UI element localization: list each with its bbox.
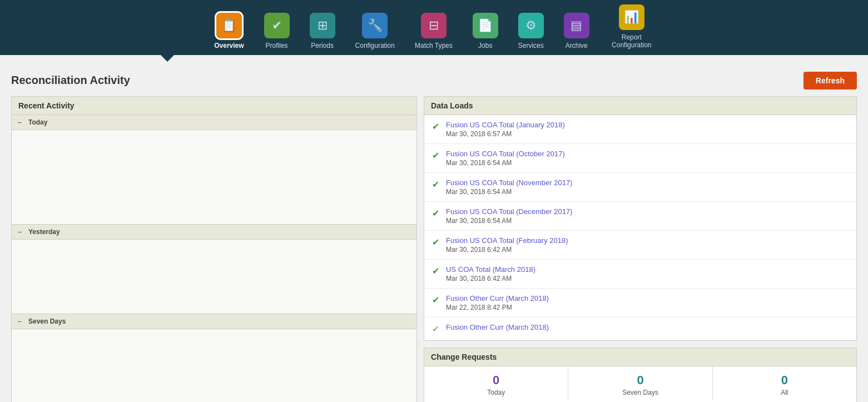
yesterday-label: Yesterday (28, 228, 60, 236)
report-config-icon: 📊 (619, 4, 644, 30)
nav-item-jobs[interactable]: 📄 Jobs (463, 13, 508, 55)
data-load-item: ✔ Fusion US COA Total (February 2018) Ma… (424, 231, 856, 260)
data-load-item: ✔ Fusion US COA Total (December 2017) Ma… (424, 202, 856, 231)
data-load-name-4[interactable]: Fusion US COA Total (February 2018) (446, 236, 568, 245)
check-icon-0: ✔ (432, 121, 439, 132)
overview-icon: 📋 (216, 13, 242, 38)
check-icon-3: ✔ (432, 208, 439, 219)
archive-icon: ▤ (564, 13, 589, 38)
nav-item-overview[interactable]: 📋 Overview (204, 13, 254, 55)
stat-cell-all: 0 All (713, 366, 856, 401)
match-types-icon: ⊟ (421, 13, 447, 38)
nav-label-overview: Overview (214, 42, 244, 49)
data-load-name-2[interactable]: Fusion US COA Total (November 2017) (446, 178, 572, 187)
check-icon-7: ✔ (432, 324, 439, 334)
data-load-item: ✔ Fusion US COA Total (January 2018) Mar… (424, 115, 856, 144)
yesterday-toggle-icon: − (17, 227, 25, 236)
recent-activity-header: Recent Activity (12, 97, 416, 115)
check-icon-6: ✔ (432, 295, 439, 305)
check-icon-2: ✔ (432, 179, 439, 190)
check-icon-4: ✔ (432, 237, 439, 247)
stat-label-all: All (781, 389, 788, 396)
data-load-name-6[interactable]: Fusion Other Curr (March 2018) (446, 294, 549, 302)
data-load-date-2: Mar 30, 2018 6:54 AM (446, 188, 572, 196)
today-toggle-icon: − (17, 118, 25, 127)
data-load-name-5[interactable]: US COA Total (March 2018) (446, 265, 535, 274)
configuration-icon: 🔧 (362, 13, 388, 38)
data-load-date-4: Mar 30, 2018 6:42 AM (446, 246, 568, 254)
data-load-date-3: Mar 30, 2018 6:54 AM (446, 217, 572, 225)
nav-item-archive[interactable]: ▤ Archive (554, 13, 599, 55)
stat-cell-today: 0 Today (424, 366, 568, 401)
stat-cell-seven-days: 0 Seven Days (568, 366, 712, 401)
data-load-item: ✔ Fusion Other Curr (March 2018) (424, 317, 856, 340)
nav-label-profiles: Profiles (266, 42, 288, 49)
main-content: Recent Activity − Today − Yesterday − Se… (0, 96, 868, 402)
yesterday-content (12, 240, 416, 314)
recent-activity-panel: Recent Activity − Today − Yesterday − Se… (11, 96, 417, 402)
top-navigation: 📋 Overview ✔ Profiles ⊞ Periods 🔧 Config… (0, 0, 868, 55)
jobs-icon: 📄 (473, 13, 498, 38)
stat-label-seven-days: Seven Days (622, 389, 658, 396)
nav-label-match-types: Match Types (415, 42, 453, 49)
data-load-item: ✔ Fusion US COA Total (October 2017) Mar… (424, 144, 856, 173)
today-label: Today (28, 118, 47, 126)
data-load-date-6: Mar 22, 2018 8:42 PM (446, 304, 549, 311)
today-content (12, 130, 416, 225)
nav-label-periods: Periods (311, 42, 334, 49)
nav-item-match-types[interactable]: ⊟ Match Types (405, 13, 463, 55)
data-load-item: ✔ Fusion US COA Total (November 2017) Ma… (424, 173, 856, 202)
nav-label-jobs: Jobs (478, 42, 492, 49)
nav-item-services[interactable]: ⚙ Services (508, 13, 554, 55)
nav-label-configuration: Configuration (355, 42, 395, 49)
periods-icon: ⊞ (310, 13, 335, 38)
nav-item-profiles[interactable]: ✔ Profiles (254, 13, 300, 55)
data-loads-header: Data Loads (424, 97, 856, 115)
data-load-item: ✔ Fusion Other Curr (March 2018) Mar 22,… (424, 289, 856, 317)
profiles-icon: ✔ (264, 13, 290, 38)
data-loads-list[interactable]: ✔ Fusion US COA Total (January 2018) Mar… (424, 115, 856, 340)
data-load-name-1[interactable]: Fusion US COA Total (October 2017) (446, 150, 565, 158)
seven-days-toggle-icon: − (17, 317, 25, 326)
page-title: Reconciliation Activity (11, 74, 130, 87)
refresh-button[interactable]: Refresh (803, 72, 857, 90)
check-icon-5: ✔ (432, 266, 439, 276)
seven-days-section-row[interactable]: − Seven Days (12, 314, 416, 329)
data-load-item: ✔ US COA Total (March 2018) Mar 30, 2018… (424, 260, 856, 289)
nav-label-archive: Archive (566, 42, 588, 49)
data-load-name-0[interactable]: Fusion US COA Total (January 2018) (446, 121, 565, 129)
data-load-date-1: Mar 30, 2018 6:54 AM (446, 159, 565, 167)
stat-value-seven-days: 0 (637, 373, 643, 388)
stat-value-today: 0 (493, 373, 499, 388)
data-load-name-3[interactable]: Fusion US COA Total (December 2017) (446, 207, 572, 216)
nav-item-configuration[interactable]: 🔧 Configuration (345, 13, 405, 55)
change-requests-panel: Change Requests 0 Today 0 Seven Days 0 A… (424, 348, 857, 402)
data-load-name-7[interactable]: Fusion Other Curr (March 2018) (446, 323, 549, 331)
change-stats: 0 Today 0 Seven Days 0 All (424, 366, 856, 401)
stat-label-today: Today (487, 389, 505, 396)
nav-item-report-config[interactable]: 📊 Report Configuration (599, 4, 664, 55)
today-section-row[interactable]: − Today (12, 115, 416, 130)
services-icon: ⚙ (518, 13, 544, 38)
page-header: Reconciliation Activity Refresh (0, 62, 868, 96)
seven-days-label: Seven Days (28, 317, 66, 325)
seven-days-content (12, 329, 416, 402)
change-requests-header: Change Requests (424, 348, 856, 366)
nav-label-services: Services (518, 42, 544, 49)
check-icon-1: ✔ (432, 150, 439, 161)
nav-label-report-config: Report Configuration (609, 33, 654, 49)
stat-value-all: 0 (781, 373, 788, 388)
data-load-date-0: Mar 30, 2018 6:57 AM (446, 130, 565, 138)
data-loads-panel: Data Loads ✔ Fusion US COA Total (Januar… (424, 96, 857, 341)
right-panel: Data Loads ✔ Fusion US COA Total (Januar… (424, 96, 857, 402)
yesterday-section-row[interactable]: − Yesterday (12, 225, 416, 240)
data-load-date-5: Mar 30, 2018 6:42 AM (446, 275, 535, 282)
nav-item-periods[interactable]: ⊞ Periods (300, 13, 345, 55)
